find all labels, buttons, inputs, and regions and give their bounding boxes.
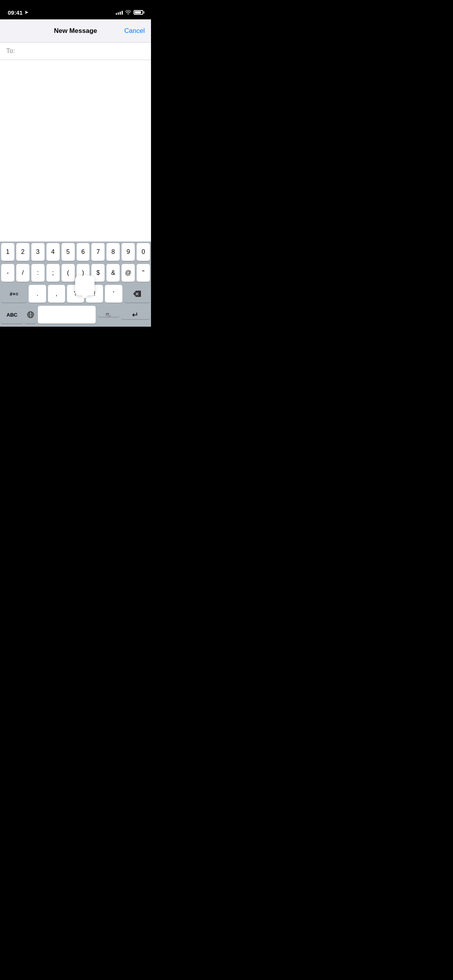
key-quote[interactable]: " bbox=[137, 264, 150, 282]
key-3[interactable]: 3 bbox=[31, 243, 45, 261]
key-7[interactable]: 7 bbox=[91, 243, 105, 261]
key-4[interactable]: 4 bbox=[46, 243, 60, 261]
punctuation-key[interactable]: !?,. bbox=[98, 313, 119, 317]
phone-screen: 09:41 ➤ New Message Can bbox=[0, 0, 151, 327]
key-1[interactable]: 1 bbox=[1, 243, 14, 261]
key-comma[interactable]: , bbox=[48, 285, 65, 303]
signal-bars bbox=[116, 10, 123, 15]
signal-bar-1 bbox=[116, 13, 117, 15]
signal-bar-4 bbox=[122, 11, 123, 15]
time-display: 09:41 bbox=[8, 9, 22, 16]
key-8[interactable]: 8 bbox=[106, 243, 120, 261]
location-icon: ➤ bbox=[24, 10, 28, 15]
signal-bar-2 bbox=[118, 12, 119, 15]
keyboard-bottom-row: ABC !?,. ↵ bbox=[0, 304, 151, 327]
key-colon[interactable]: : bbox=[31, 264, 45, 282]
key-amp[interactable]: & bbox=[106, 264, 120, 282]
status-bar: 09:41 ➤ bbox=[0, 0, 151, 19]
key-2[interactable]: 2 bbox=[16, 243, 29, 261]
message-body[interactable] bbox=[0, 60, 151, 254]
nav-bar: New Message Cancel bbox=[0, 19, 151, 43]
battery-icon bbox=[134, 10, 143, 15]
status-right bbox=[116, 10, 143, 15]
to-label: To: bbox=[6, 47, 15, 55]
numbers-row: 1 2 3 4 5 6 7 8 9 0 bbox=[0, 242, 151, 262]
fraction-popup: ¼ bbox=[75, 276, 94, 295]
punctuation-return-group: !?,. bbox=[98, 313, 119, 317]
key-at[interactable]: @ bbox=[122, 264, 135, 282]
key-apostrophe[interactable]: ' bbox=[105, 285, 122, 303]
key-9[interactable]: 9 bbox=[122, 243, 135, 261]
delete-button[interactable] bbox=[124, 285, 150, 303]
key-slash[interactable]: / bbox=[16, 264, 29, 282]
key-5[interactable]: 5 bbox=[62, 243, 75, 261]
to-input[interactable] bbox=[18, 47, 145, 55]
globe-button[interactable] bbox=[25, 306, 36, 324]
key-lparen[interactable]: ( bbox=[62, 264, 75, 282]
to-field[interactable]: To: bbox=[0, 43, 151, 60]
space-key[interactable] bbox=[38, 306, 96, 324]
key-hashplus[interactable]: #+= bbox=[1, 285, 27, 303]
key-dot[interactable]: . bbox=[29, 285, 46, 303]
key-minus[interactable]: - bbox=[1, 264, 14, 282]
cancel-button[interactable]: Cancel bbox=[124, 27, 145, 35]
nav-title: New Message bbox=[54, 27, 97, 35]
status-left: 09:41 ➤ bbox=[8, 9, 28, 16]
wifi-icon bbox=[125, 10, 131, 15]
abc-button[interactable]: ABC bbox=[1, 306, 23, 324]
key-semicolon[interactable]: ; bbox=[46, 264, 60, 282]
battery-fill bbox=[135, 11, 141, 14]
key-0[interactable]: 0 bbox=[137, 243, 150, 261]
return-key[interactable]: ↵ bbox=[121, 310, 150, 319]
signal-bar-3 bbox=[120, 12, 121, 15]
key-6[interactable]: 6 bbox=[77, 243, 90, 261]
